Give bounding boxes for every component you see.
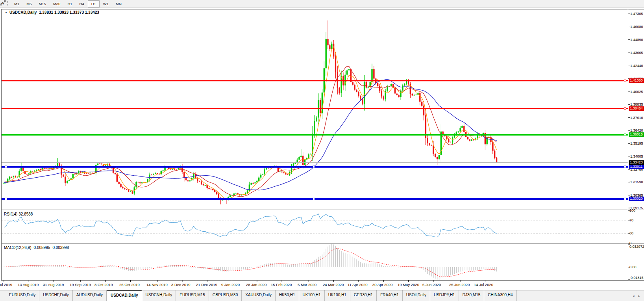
chart-canvas[interactable] <box>0 0 644 301</box>
macd-indicator-label: MACD(12,26,9) -0.005995 -0.003998 <box>4 245 69 250</box>
price-tick-label: 1.31590 <box>630 180 644 184</box>
price-tick-label: 1.46080 <box>630 25 644 29</box>
date-tick-label: 19 May 2020 <box>398 282 419 287</box>
price-badge: 1.41060 <box>629 78 644 83</box>
rsi-level-label: 70 <box>629 218 633 222</box>
date-tick-label: 9 Jan 2020 <box>221 282 240 287</box>
rsi-indicator-label: RSI(14) 32.8588 <box>4 212 33 216</box>
date-tick-label: 24 Mar 2020 <box>323 282 344 287</box>
macd-panel <box>4 244 497 280</box>
candlestick-series <box>3 20 497 204</box>
price-tick-label: 1.35195 <box>630 141 644 145</box>
panel-borders <box>1 9 644 282</box>
horizontal-level-lines[interactable] <box>2 80 628 200</box>
price-tick-label: 1.40025 <box>630 90 644 94</box>
date-tick-label: 31 Aug 2019 <box>43 282 64 287</box>
date-tick-label: 30 Apr 2020 <box>372 282 392 287</box>
date-tick-label: 21 Dec 2019 <box>196 282 217 287</box>
date-tick-label: 25 Jul 2019 <box>0 282 12 287</box>
price-tick-label: 1.36420 <box>630 128 644 132</box>
rsi-level-label: 100 <box>629 208 635 212</box>
terminal-window: ▾ M1M5M15M30H1H4D1W1MN ▼USDCAD,Daily 1.3… <box>0 0 644 301</box>
date-tick-label: 8 Oct 2019 <box>94 282 113 287</box>
price-tick-label: 1.42440 <box>630 64 644 68</box>
date-tick-label: 6 Jun 2020 <box>422 282 441 287</box>
date-tick-label: 28 Jan 2020 <box>246 282 266 287</box>
date-tick-label: 25 Jun 2020 <box>449 282 470 287</box>
chart-symbol-label: USDCAD,Daily <box>9 10 37 15</box>
price-tick-label: 1.44890 <box>630 38 644 42</box>
date-tick-label: 19 Sep 2019 <box>70 282 91 287</box>
rsi-level-label: 30 <box>629 231 633 235</box>
date-tick-label: 14 Jul 2020 <box>474 282 493 287</box>
date-tick-label: 5 Mar 2020 <box>298 282 316 287</box>
macd-axis-label: 0.032972 <box>629 245 644 249</box>
date-tick-label: 11 Apr 2020 <box>348 282 368 287</box>
price-badge: 1.30020 <box>629 197 644 201</box>
macd-axis-label: -0.01815 <box>629 276 644 280</box>
date-tick-label: 26 Oct 2019 <box>119 282 140 287</box>
price-badge: 1.38464 <box>629 106 644 111</box>
macd-axis-label: 0.00 <box>629 265 637 269</box>
date-tick-label: 13 Aug 2019 <box>18 282 39 287</box>
chart-ohlc-values: 1.33831 1.33923 1.33373 1.33423 <box>39 10 99 15</box>
price-tick-label: 1.43665 <box>630 51 644 55</box>
price-tick-label: 1.34005 <box>630 154 644 158</box>
price-tick-label: 1.47305 <box>630 12 644 16</box>
price-tick-label: 1.38835 <box>630 102 644 106</box>
price-badge: 1.33423 <box>629 160 644 165</box>
chart-title: ▼USDCAD,Daily 1.33831 1.33923 1.33373 1.… <box>5 10 99 15</box>
price-badge: 1.36015 <box>629 132 644 137</box>
rsi-panel <box>2 214 628 237</box>
date-tick-label: 14 Nov 2019 <box>146 282 168 287</box>
date-tick-label: 15 Feb 2020 <box>271 282 292 287</box>
price-badge: 1.33011 <box>629 165 644 169</box>
price-tick-label: 1.37610 <box>630 116 644 120</box>
chart-collapse-icon[interactable]: ▼ <box>5 11 7 14</box>
date-tick-label: 3 Dec 2019 <box>171 282 191 287</box>
